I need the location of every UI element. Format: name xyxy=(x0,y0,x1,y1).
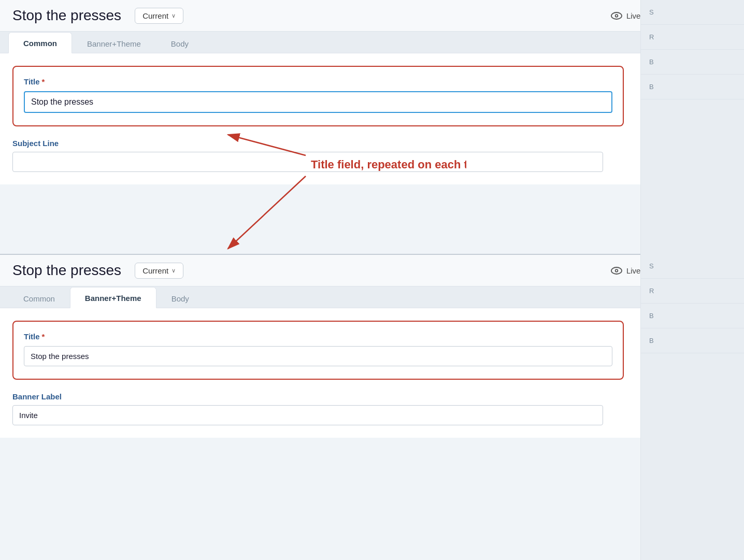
title-label-bottom: Title * xyxy=(24,332,612,341)
title-input-bottom[interactable] xyxy=(24,346,612,366)
banner-label-label: Banner Label xyxy=(12,392,732,401)
bottom-panel: Stop the presses Current ∨ Live Preview … xyxy=(0,254,744,438)
bottom-tab-banner-theme[interactable]: Banner+Theme xyxy=(70,287,156,308)
sidebar-bottom-b2: B xyxy=(641,328,744,353)
bottom-chevron-down-icon: ∨ xyxy=(171,267,176,274)
sidebar-top-r: R xyxy=(641,25,744,50)
page-title: Stop the presses xyxy=(12,7,121,24)
bottom-tab-common[interactable]: Common xyxy=(8,288,70,308)
bottom-eye-icon xyxy=(611,267,622,275)
svg-line-6 xyxy=(228,176,306,249)
version-label: Current xyxy=(142,11,168,20)
top-tabs-bar: Common Banner+Theme Body xyxy=(0,32,744,53)
top-panel-body: Title * Subject Line xyxy=(0,53,744,184)
sidebar-top-b2: B xyxy=(641,75,744,99)
title-label-top: Title * xyxy=(24,77,612,86)
sidebar-top-b1: B xyxy=(641,50,744,75)
banner-label-input[interactable] xyxy=(12,405,603,425)
bottom-panel-body: Title * Banner Label xyxy=(0,308,744,438)
subject-line-section: Subject Line xyxy=(12,139,732,172)
svg-point-10 xyxy=(616,270,618,271)
subject-line-input[interactable] xyxy=(12,152,603,172)
bottom-version-label: Current xyxy=(142,266,168,275)
bottom-tabs-bar: Common Banner+Theme Body xyxy=(0,286,744,308)
title-input-top[interactable] xyxy=(24,91,612,113)
right-sidebar-top: S R B B xyxy=(640,0,744,254)
title-field-section-top: Title * xyxy=(12,66,624,126)
bottom-version-dropdown[interactable]: Current ∨ xyxy=(135,263,183,279)
sidebar-bottom-b1: B xyxy=(641,304,744,328)
chevron-down-icon: ∨ xyxy=(171,12,176,19)
subject-line-label: Subject Line xyxy=(12,139,732,148)
required-indicator-top: * xyxy=(42,77,45,86)
bottom-tab-body[interactable]: Body xyxy=(156,288,204,308)
banner-label-section: Banner Label xyxy=(12,392,732,425)
bottom-header: Stop the presses Current ∨ Live Preview … xyxy=(0,254,744,286)
tab-body[interactable]: Body xyxy=(156,33,204,53)
sidebar-top-s: S xyxy=(641,0,744,25)
top-header: Stop the presses Current ∨ Live Preview … xyxy=(0,0,744,32)
version-dropdown[interactable]: Current ∨ xyxy=(135,8,183,24)
svg-point-2 xyxy=(616,15,618,17)
tab-banner-theme[interactable]: Banner+Theme xyxy=(72,33,156,53)
bottom-page-title: Stop the presses xyxy=(12,262,121,279)
required-indicator-bottom: * xyxy=(42,332,45,341)
title-field-section-bottom: Title * xyxy=(12,321,624,380)
sidebar-bottom-r: R xyxy=(641,279,744,304)
tab-common[interactable]: Common xyxy=(8,32,72,53)
sidebar-bottom-s: S xyxy=(641,254,744,279)
right-sidebar-bottom: S R B B xyxy=(640,254,744,560)
eye-icon xyxy=(611,12,622,20)
